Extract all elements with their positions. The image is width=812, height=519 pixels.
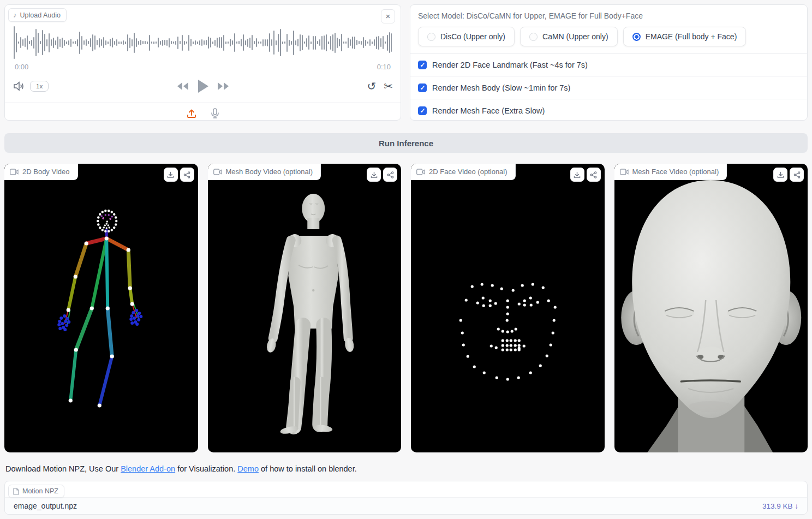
waveform-bar	[341, 34, 342, 51]
checkbox-row-face-landmark[interactable]: Render 2D Face Landmark (Fast ~4s for 7s…	[410, 53, 807, 76]
share-video-button[interactable]	[790, 168, 804, 182]
checkbox-mesh-face-label: Render Mesh Face (Extra Slow)	[432, 106, 545, 115]
waveform-bar	[142, 41, 144, 44]
waveform-bar	[374, 39, 375, 46]
waveform-bar	[186, 41, 187, 44]
run-inference-button[interactable]: Run Inference	[4, 133, 808, 153]
share-video-button[interactable]	[383, 168, 397, 182]
waveform-bar	[97, 40, 98, 45]
waveform-bar	[22, 39, 23, 46]
upload-file-icon[interactable]	[187, 109, 196, 118]
radio-disco-circle	[427, 33, 435, 41]
waveform-bar	[171, 41, 172, 44]
panel-2d-face-video[interactable]: 2D Face Video (optional)	[411, 164, 605, 452]
waveform-bar	[25, 38, 26, 47]
panel-2d-body-video[interactable]: 2D Body Video	[4, 164, 198, 452]
playback-speed-button[interactable]: 1x	[30, 81, 49, 92]
radio-emage[interactable]: EMAGE (Full body + Face)	[623, 27, 747, 46]
waveform-bar	[217, 38, 218, 47]
footer-note: Download Motion NPZ, Use Our Blender Add…	[0, 452, 812, 473]
share-video-button[interactable]	[587, 168, 601, 182]
waveform-bar	[304, 41, 305, 44]
waveform-bar	[114, 41, 115, 45]
download-arrow-icon: ↓	[795, 502, 798, 510]
blender-addon-link[interactable]: Blender Add-on	[121, 464, 175, 473]
panel-mesh-face-label-text: Mesh Face Video (optional)	[632, 168, 719, 176]
waveform-bar	[326, 34, 327, 51]
panel-2d-face-label-text: 2D Face Video (optional)	[429, 168, 507, 176]
waveform-bar	[199, 40, 200, 45]
upload-audio-label: ♪ Upload Audio	[8, 8, 67, 22]
checkbox-face-landmark	[418, 61, 427, 69]
checkbox-row-mesh-body[interactable]: Render Mesh Body (Slow ~1min for 7s)	[410, 76, 807, 99]
waveform-bar	[62, 38, 63, 48]
waveform-bar	[271, 39, 272, 46]
waveform-bar	[88, 41, 89, 44]
radio-camn[interactable]: CaMN (Upper only)	[520, 27, 618, 46]
footer-text-after: of how to install on blender.	[259, 464, 357, 473]
reset-trim-icon[interactable]: ↺	[367, 80, 376, 93]
model-radio-group: DisCo (Upper only) CaMN (Upper only) EMA…	[418, 27, 799, 46]
play-button[interactable]	[197, 79, 209, 93]
waveform-bar	[151, 41, 152, 44]
checkbox-mesh-body	[418, 83, 427, 92]
select-model-label: Select Model: DisCo/CaMN for Upper, EMAG…	[418, 11, 799, 20]
waveform-bar	[44, 34, 45, 51]
waveform-bar	[256, 38, 257, 47]
waveform-bar	[291, 41, 292, 45]
waveform-bar	[132, 39, 133, 46]
waveform-bar	[210, 38, 211, 47]
waveform-bar	[201, 39, 202, 46]
close-audio-button[interactable]: ×	[381, 9, 395, 23]
waveform-bar	[225, 41, 226, 44]
waveform-bar	[252, 35, 253, 50]
waveform-bar	[238, 41, 240, 44]
waveform-bar	[145, 41, 146, 44]
panel-mesh-body-video[interactable]: Mesh Body Video (optional)	[208, 164, 402, 452]
download-video-button[interactable]	[164, 168, 178, 182]
microphone-icon[interactable]	[211, 108, 219, 119]
waveform-bar	[387, 35, 388, 51]
panel-2d-body-label: 2D Body Video	[4, 164, 78, 180]
waveform-bar	[193, 41, 194, 44]
checkbox-row-mesh-face[interactable]: Render Mesh Face (Extra Slow)	[410, 99, 807, 122]
waveform-bar	[129, 38, 130, 48]
waveform-bar	[177, 37, 178, 49]
waveform-bar	[160, 41, 161, 45]
volume-icon[interactable]	[13, 81, 25, 92]
trim-scissors-icon[interactable]: ✂	[384, 80, 393, 93]
npz-file-size[interactable]: 313.9 KB ↓	[762, 502, 798, 510]
waveform-bar	[73, 41, 74, 44]
skip-back-icon[interactable]	[176, 81, 189, 91]
waveform-bar	[40, 41, 41, 44]
audio-waveform[interactable]	[14, 26, 392, 59]
waveform-bar	[83, 40, 85, 45]
panel-mesh-face-video[interactable]: Mesh Face Video (optional)	[614, 164, 808, 452]
waveform-bar	[35, 29, 37, 56]
download-video-button[interactable]	[773, 168, 787, 182]
checkbox-mesh-face	[418, 106, 427, 115]
skip-forward-icon[interactable]	[217, 81, 230, 91]
npz-file-row[interactable]: emage_output.npz 313.9 KB ↓	[5, 497, 807, 514]
waveform-bar	[94, 35, 95, 50]
waveform-bar	[180, 41, 181, 44]
waveform-bar	[90, 38, 91, 47]
radio-emage-circle	[632, 33, 641, 41]
waveform-bar	[337, 38, 338, 48]
mesh-body-visualization	[208, 164, 402, 452]
waveform-bar	[149, 35, 150, 51]
waveform-bar	[33, 37, 34, 49]
download-video-button[interactable]	[570, 168, 584, 182]
radio-disco[interactable]: DisCo (Upper only)	[418, 27, 515, 46]
waveform-bar	[363, 37, 364, 48]
waveform-bar	[332, 34, 333, 51]
motion-npz-label: Motion NPZ	[8, 485, 64, 498]
waveform-bar	[175, 41, 176, 45]
waveform-bar	[335, 33, 336, 53]
demo-link[interactable]: Demo	[237, 464, 259, 473]
download-video-button[interactable]	[367, 168, 381, 182]
panel-2d-body-label-text: 2D Body Video	[22, 168, 70, 176]
share-video-button[interactable]	[180, 168, 194, 182]
waveform-bar	[51, 39, 52, 46]
waveform-bar	[68, 40, 69, 45]
